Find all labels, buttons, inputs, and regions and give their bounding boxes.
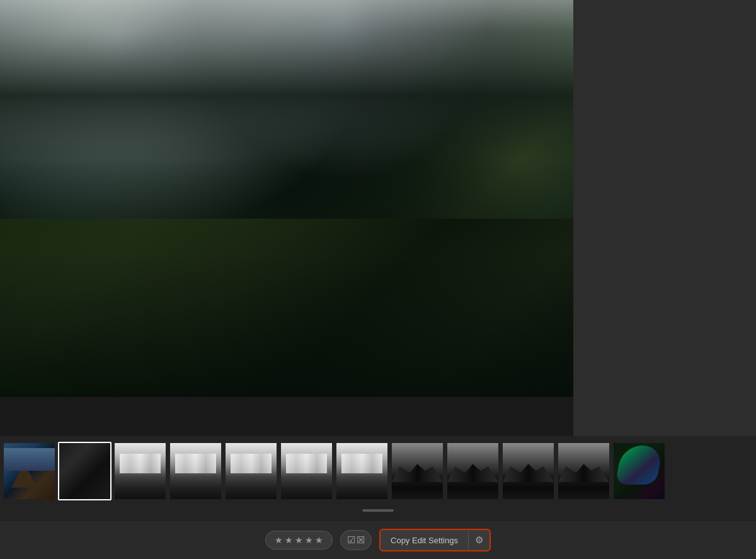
star-2: ★ <box>285 535 293 545</box>
thumb-2-image <box>59 443 110 499</box>
thumbnail-6[interactable] <box>280 442 333 500</box>
star-3: ★ <box>295 535 303 545</box>
star-5: ★ <box>315 535 323 545</box>
thumbnail-2[interactable] <box>58 442 112 500</box>
thumbnail-10[interactable] <box>501 442 555 500</box>
thumbnail-7[interactable] <box>335 442 389 500</box>
copy-edit-label: Copy Edit Settings <box>381 531 469 550</box>
scroll-bar <box>362 509 394 512</box>
thumbnail-11[interactable] <box>557 442 610 500</box>
thumb-7-image <box>336 443 387 499</box>
scroll-indicator <box>0 507 756 514</box>
thumbnail-8[interactable] <box>391 442 444 500</box>
filmstrip-container <box>0 436 756 521</box>
right-panel <box>573 0 756 436</box>
thumb-8-image <box>392 443 443 499</box>
gear-icon[interactable]: ⚙ <box>469 530 490 550</box>
thumb-1-image <box>4 443 55 499</box>
thumb-3-image <box>115 443 166 499</box>
thumbnail-4[interactable] <box>169 442 222 500</box>
star-1: ★ <box>275 535 283 545</box>
main-photo <box>0 0 573 397</box>
thumb-4-image <box>170 443 221 499</box>
thumb-11-image <box>558 443 609 499</box>
main-image-area <box>0 0 756 436</box>
thumb-10-image <box>503 443 554 499</box>
bottom-toolbar: ★ ★ ★ ★ ★ ☑ ☒ Copy Edit Settings ⚙ <box>0 521 756 559</box>
flag-x-icon: ☒ <box>357 534 365 546</box>
filmstrip <box>0 436 756 505</box>
thumbnail-12[interactable] <box>612 442 666 500</box>
thumbnail-9[interactable] <box>446 442 500 500</box>
copy-edit-settings-button[interactable]: Copy Edit Settings ⚙ <box>379 529 491 551</box>
thumb-12-image <box>614 443 665 499</box>
thumb-9-image <box>447 443 498 499</box>
thumb-5-image <box>226 443 277 499</box>
star-4: ★ <box>305 535 313 545</box>
flag-group-button[interactable]: ☑ ☒ <box>340 530 372 550</box>
thumbnail-1[interactable] <box>3 442 56 500</box>
photo-overlay <box>0 159 573 397</box>
thumbnail-5[interactable] <box>224 442 278 500</box>
thumb-6-image <box>281 443 332 499</box>
thumbnail-3[interactable] <box>113 442 167 500</box>
flag-check-icon: ☑ <box>347 534 355 546</box>
star-rating-button[interactable]: ★ ★ ★ ★ ★ <box>265 531 333 550</box>
